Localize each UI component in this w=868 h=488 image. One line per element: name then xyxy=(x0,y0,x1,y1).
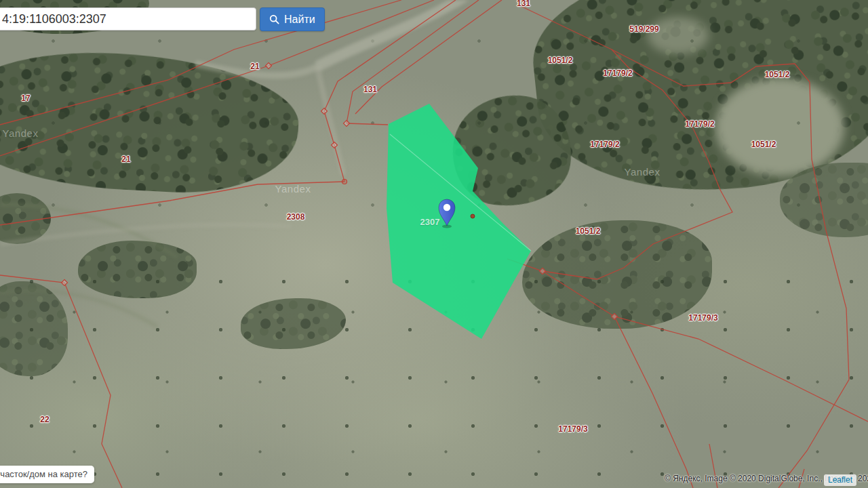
marker-layer xyxy=(0,0,868,488)
find-parcel-help-tooltip[interactable]: и участок/дом на карте? xyxy=(0,466,94,483)
search-input[interactable] xyxy=(0,7,256,30)
search-button[interactable]: Найти xyxy=(260,7,325,31)
leaflet-attribution-link[interactable]: Leaflet xyxy=(824,474,856,486)
search-icon xyxy=(269,14,279,24)
map-marker-pin[interactable] xyxy=(439,199,455,228)
search-button-label: Найти xyxy=(284,14,315,26)
cadastral-map-app: 131519/2991051/217179/21051/221131171717… xyxy=(0,0,868,488)
